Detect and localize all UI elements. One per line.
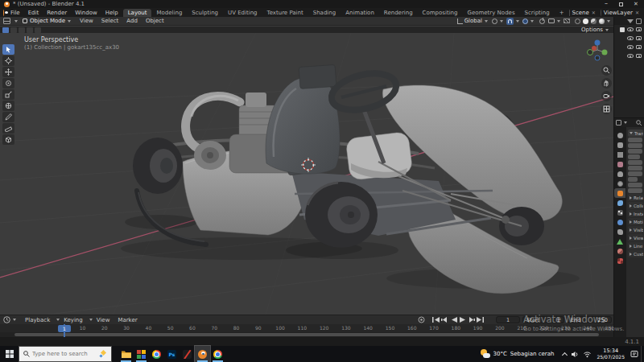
viewport-canvas[interactable]: User Perspective (1) Collection | gokart… [0, 33, 613, 315]
timeline-ruler[interactable]: 1020304050607080901001101201301401501601… [0, 324, 613, 332]
menu-edit[interactable]: Edit [24, 10, 43, 16]
properties-tab-output[interactable] [614, 150, 625, 159]
tool-scale[interactable] [2, 89, 14, 100]
properties-tab-texture[interactable] [614, 256, 625, 265]
jump-to-start-button[interactable] [431, 316, 440, 323]
transform-field[interactable] [628, 188, 642, 193]
transform-field[interactable] [628, 154, 640, 159]
snap-magnet-icon[interactable] [506, 18, 514, 25]
outliner-row-object[interactable] [614, 43, 644, 51]
taskbar-browser-icon[interactable] [210, 346, 225, 362]
disable-render-icon[interactable] [636, 45, 642, 49]
panel-viewport-display-header[interactable]: Viewport Display [628, 234, 643, 241]
outliner-row-collection[interactable] [614, 25, 644, 34]
pivot-chevron-icon[interactable] [500, 20, 503, 23]
transform-field[interactable] [628, 149, 642, 154]
taskbar-red-app-icon[interactable] [180, 346, 195, 362]
auto-keying-toggle-icon[interactable] [418, 316, 425, 323]
viewport-menu-add[interactable]: Add [122, 18, 142, 24]
workspace-tab-scripting[interactable]: Scripting [520, 9, 555, 17]
transform-field[interactable] [628, 183, 642, 187]
gizmo-y-axis[interactable] [602, 50, 608, 56]
disable-render-icon[interactable] [636, 36, 642, 40]
viewport-menu-object[interactable]: Object [142, 18, 168, 24]
transform-field[interactable] [628, 143, 642, 148]
shading-material-icon[interactable] [591, 19, 597, 24]
gizmo-x-axis[interactable] [592, 46, 597, 51]
properties-tab-particles[interactable] [614, 208, 625, 217]
workspace-tab-layout[interactable]: Layout [123, 9, 152, 17]
show-overlays-icon[interactable] [548, 19, 555, 23]
workspace-tab-shading[interactable]: Shading [308, 9, 341, 17]
properties-tab-modifiers[interactable] [614, 198, 625, 208]
panel-motion-paths-header[interactable]: Motion Paths [628, 218, 643, 225]
taskbar-file-explorer-icon[interactable] [118, 346, 134, 362]
scene-name-field[interactable]: Scene [572, 10, 589, 16]
frame-start-field[interactable]: Start1 [522, 316, 564, 323]
workspace-tab-compositing[interactable]: Compositing [418, 9, 463, 17]
tool-select-box[interactable] [2, 44, 14, 55]
hide-viewport-icon[interactable] [627, 54, 634, 58]
menu-window[interactable]: Window [71, 10, 101, 16]
panel-collections-header[interactable]: Collections [628, 202, 643, 209]
timeline-menu-playback[interactable]: Playback [21, 317, 54, 323]
select-mode-invert-icon[interactable] [27, 27, 33, 33]
tray-chevron-up-icon[interactable] [563, 352, 567, 357]
gizmo-y-neg-axis[interactable] [588, 50, 593, 56]
blender-app-icon[interactable] [3, 10, 4, 16]
show-desktop-button[interactable] [641, 346, 644, 362]
properties-tab-physics[interactable] [614, 217, 625, 227]
menu-file[interactable]: File [6, 10, 24, 16]
action-center-icon[interactable] [630, 350, 638, 358]
network-icon[interactable] [584, 351, 591, 358]
mode-chevron-icon[interactable] [68, 20, 71, 23]
taskbar-clock[interactable]: 15:34 25/07/2025 [597, 348, 625, 360]
weather-condition[interactable]: Sebagian cerah [510, 351, 555, 357]
tool-cursor[interactable] [2, 56, 14, 66]
transform-field[interactable] [628, 177, 638, 182]
workspace-tab-texture-paint[interactable]: Texture Paint [262, 9, 308, 17]
tool-add-cube[interactable] [2, 134, 14, 145]
show-gizmo-icon[interactable] [539, 19, 545, 24]
tool-measure[interactable] [2, 123, 14, 134]
current-frame-field[interactable]: 1 [496, 316, 520, 323]
transform-field[interactable] [628, 138, 642, 142]
panel-line-art-header[interactable]: Line Art [628, 242, 643, 249]
workspace-tab-sculpting[interactable]: Sculpting [187, 9, 223, 17]
properties-editor-chevron-icon[interactable] [624, 121, 627, 124]
viewlayer-unlink-icon[interactable]: ✕ [635, 10, 639, 15]
overlays-chevron-icon[interactable] [557, 20, 560, 23]
transform-field[interactable] [628, 166, 642, 171]
jump-to-end-button[interactable] [476, 316, 485, 323]
properties-tab-render[interactable] [614, 140, 625, 150]
hide-viewport-icon[interactable] [627, 27, 634, 31]
properties-search-icon[interactable] [636, 120, 642, 126]
gizmo-z-axis[interactable] [595, 40, 601, 46]
filter-icon[interactable] [627, 19, 634, 23]
viewlayer-icon[interactable] [601, 10, 601, 16]
previous-keyframe-button[interactable] [440, 316, 449, 323]
proportional-chevron-icon[interactable] [530, 20, 534, 23]
maximize-button[interactable] [613, 2, 628, 6]
next-keyframe-button[interactable] [467, 316, 476, 323]
minimize-button[interactable]: – [599, 1, 613, 7]
pivot-point-icon[interactable] [492, 19, 497, 24]
xray-toggle-icon[interactable] [564, 19, 570, 23]
gizmo-z-neg-axis[interactable] [595, 56, 600, 60]
weather-temperature[interactable]: 30°C [493, 351, 507, 357]
mode-dropdown[interactable]: Object Mode [30, 18, 65, 24]
properties-tab-object[interactable] [614, 188, 625, 198]
scene-browse-icon[interactable] [569, 10, 570, 16]
editor-type-button[interactable] [3, 18, 10, 24]
shading-rendered-icon[interactable] [599, 19, 605, 24]
workspace-tab-uv-editing[interactable]: UV Editing [223, 9, 262, 17]
play-reverse-button[interactable] [449, 316, 458, 323]
viewlayer-name-field[interactable]: ViewLayer [604, 10, 633, 16]
pan-hand-icon[interactable] [601, 78, 612, 88]
disable-render-icon[interactable] [636, 54, 642, 58]
taskbar-media-app-icon[interactable] [134, 346, 149, 362]
panel-transform-header[interactable]: Transform [628, 130, 643, 137]
shading-chevron-icon[interactable] [607, 20, 610, 23]
shading-solid-icon[interactable] [583, 19, 588, 24]
start-button[interactable] [0, 346, 19, 362]
